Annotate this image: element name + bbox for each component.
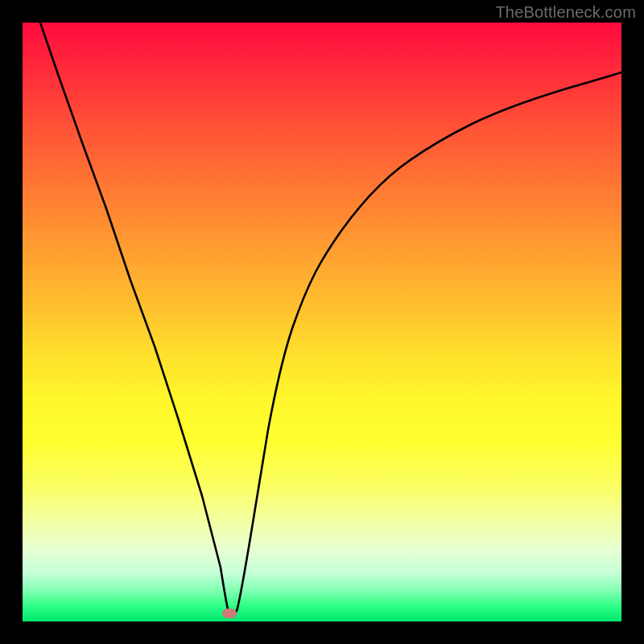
chart-plot-area [23, 23, 621, 621]
chart-frame: TheBottleneck.com [0, 0, 644, 644]
watermark-text: TheBottleneck.com [495, 3, 636, 22]
optimal-point-marker [222, 609, 237, 618]
bottleneck-curve [23, 23, 621, 621]
